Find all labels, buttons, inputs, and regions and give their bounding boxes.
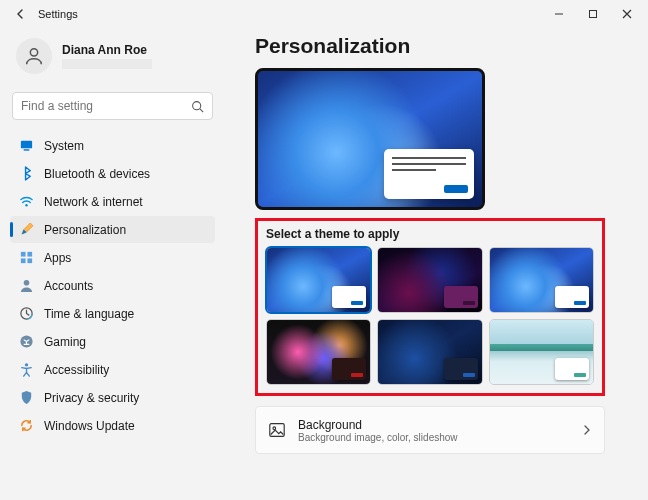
svg-point-2 — [30, 49, 37, 56]
maximize-button[interactable] — [576, 2, 610, 26]
shield-icon — [18, 390, 34, 406]
clock-icon — [18, 306, 34, 322]
nav-label: Apps — [44, 251, 71, 265]
wifi-icon — [18, 194, 34, 210]
window-title: Settings — [38, 8, 78, 20]
person-icon — [18, 278, 34, 294]
svg-point-12 — [23, 280, 29, 286]
svg-rect-1 — [590, 11, 597, 18]
paintbrush-icon — [18, 222, 34, 238]
svg-line-4 — [200, 108, 203, 111]
themes-label: Select a theme to apply — [266, 227, 594, 241]
avatar-icon — [16, 38, 52, 74]
nav-label: System — [44, 139, 84, 153]
svg-rect-8 — [20, 252, 25, 257]
nav-label: Bluetooth & devices — [44, 167, 150, 181]
svg-point-18 — [273, 427, 276, 430]
nav-network[interactable]: Network & internet — [10, 188, 215, 215]
svg-rect-9 — [27, 252, 32, 257]
nav-accounts[interactable]: Accounts — [10, 272, 215, 299]
nav-label: Accounts — [44, 279, 93, 293]
user-profile[interactable]: Diana Ann Roe — [10, 34, 215, 84]
nav-time[interactable]: Time & language — [10, 300, 215, 327]
background-subtitle: Background image, color, slideshow — [298, 432, 458, 443]
theme-option-5[interactable] — [377, 319, 482, 385]
nav-label: Privacy & security — [44, 391, 139, 405]
desktop-preview — [255, 68, 485, 210]
minimize-button[interactable] — [542, 2, 576, 26]
themes-section-highlight: Select a theme to apply — [255, 218, 605, 396]
nav-label: Personalization — [44, 223, 126, 237]
apps-icon — [18, 250, 34, 266]
svg-rect-5 — [20, 141, 31, 149]
search-input[interactable] — [21, 99, 191, 113]
search-icon — [191, 100, 204, 113]
user-name: Diana Ann Roe — [62, 43, 152, 57]
svg-point-16 — [24, 363, 27, 366]
nav-label: Windows Update — [44, 419, 135, 433]
nav-bluetooth[interactable]: Bluetooth & devices — [10, 160, 215, 187]
update-icon — [18, 418, 34, 434]
nav-privacy[interactable]: Privacy & security — [10, 384, 215, 411]
page-title: Personalization — [255, 34, 630, 58]
bluetooth-icon — [18, 166, 34, 182]
accessibility-icon — [18, 362, 34, 378]
nav-personalization[interactable]: Personalization — [10, 216, 215, 243]
search-box[interactable] — [12, 92, 213, 120]
svg-rect-17 — [270, 424, 284, 437]
theme-option-6[interactable] — [489, 319, 594, 385]
preview-window-card — [384, 149, 474, 199]
picture-icon — [268, 421, 286, 439]
system-icon — [18, 138, 34, 154]
theme-option-3[interactable] — [489, 247, 594, 313]
nav-update[interactable]: Windows Update — [10, 412, 215, 439]
background-title: Background — [298, 418, 458, 432]
chevron-right-icon — [582, 425, 592, 435]
nav-apps[interactable]: Apps — [10, 244, 215, 271]
theme-option-4[interactable] — [266, 319, 371, 385]
nav-label: Network & internet — [44, 195, 143, 209]
theme-option-1[interactable] — [266, 247, 371, 313]
nav-accessibility[interactable]: Accessibility — [10, 356, 215, 383]
back-button[interactable] — [14, 7, 28, 21]
svg-rect-11 — [27, 258, 32, 263]
svg-rect-6 — [23, 149, 29, 150]
nav-gaming[interactable]: Gaming — [10, 328, 215, 355]
user-email-placeholder — [62, 59, 152, 69]
nav-system[interactable]: System — [10, 132, 215, 159]
svg-rect-10 — [20, 258, 25, 263]
background-setting-row[interactable]: Background Background image, color, slid… — [255, 406, 605, 454]
svg-point-7 — [25, 204, 27, 206]
close-button[interactable] — [610, 2, 644, 26]
nav-label: Time & language — [44, 307, 134, 321]
svg-point-3 — [193, 101, 201, 109]
nav-label: Accessibility — [44, 363, 109, 377]
theme-option-2[interactable] — [377, 247, 482, 313]
nav-label: Gaming — [44, 335, 86, 349]
gaming-icon — [18, 334, 34, 350]
